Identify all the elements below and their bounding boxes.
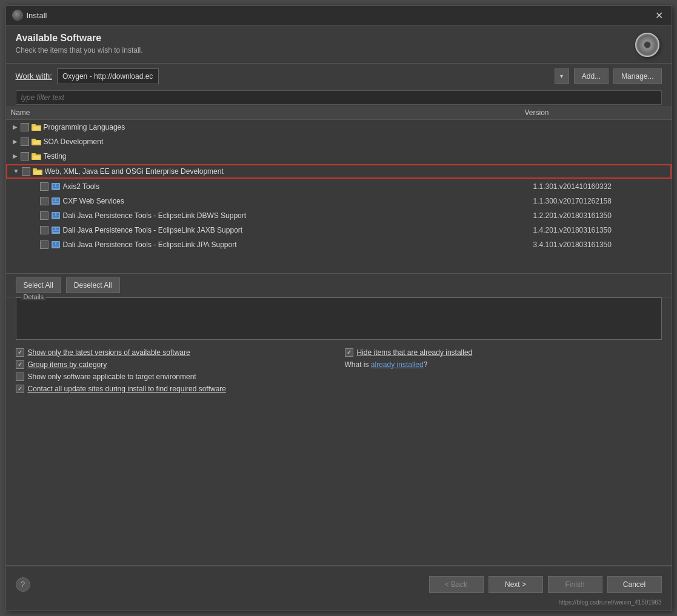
list-item[interactable]: ▶ Axis2 Tools 1.1.301.v201410160332: [6, 179, 672, 194]
option-contact-update-sites: Contact all update sites during install …: [16, 385, 662, 393]
list-item[interactable]: ▶ Programming Languages: [6, 120, 672, 134]
list-item[interactable]: ▶ Dali Java Persistence Tools - EclipseL…: [6, 208, 672, 223]
cd-icon: [635, 33, 659, 57]
list-item[interactable]: ▶ Dali Java Persistence Tools - EclipseL…: [6, 223, 672, 237]
item-version: 1.1.300.v201701262158: [533, 197, 667, 205]
item-label: Testing: [44, 152, 533, 161]
svg-rect-31: [53, 245, 59, 247]
cancel-button[interactable]: Cancel: [607, 576, 662, 593]
add-button[interactable]: Add...: [574, 68, 609, 84]
content-area: Available Software Check the items that …: [6, 25, 672, 611]
folder-icon: [33, 167, 42, 176]
help-button[interactable]: ?: [16, 577, 30, 592]
item-label: Programming Languages: [44, 123, 533, 131]
work-with-section: Work with: ▾ Add... Manage...: [6, 64, 672, 89]
expand-icon[interactable]: ▶: [11, 152, 19, 161]
item-version: 1.2.201.v201803161350: [533, 211, 667, 220]
tree-section: Name Version ▶ Programming Languages: [6, 106, 672, 273]
back-button[interactable]: < Back: [429, 576, 484, 593]
header-section: Available Software Check the items that …: [6, 25, 672, 64]
show-latest-checkbox[interactable]: [16, 348, 24, 357]
svg-rect-13: [53, 184, 55, 187]
contact-update-sites-checkbox[interactable]: [16, 385, 24, 393]
item-checkbox[interactable]: [21, 123, 29, 131]
list-item[interactable]: ▶ Testing: [6, 149, 672, 164]
contact-update-sites-label: Contact all update sites during install …: [28, 385, 227, 393]
manage-button[interactable]: Manage...: [613, 68, 661, 84]
options-section: Show only the latest versions of availab…: [6, 343, 672, 398]
item-version: 3.4.101.v201803161350: [533, 240, 667, 249]
group-by-category-label: Group items by category: [28, 360, 107, 369]
tree-column-name: Name: [11, 108, 525, 117]
footer-section: ? < Back Next > Finish Cancel https://bl…: [6, 565, 672, 611]
item-checkbox[interactable]: [22, 167, 30, 176]
hide-installed-label: Hide items that are already installed: [357, 348, 473, 357]
option-hide-installed: Hide items that are already installed: [345, 348, 662, 357]
svg-rect-4: [32, 139, 36, 141]
option-what-is-installed: What is already installed?: [345, 360, 662, 369]
show-applicable-checkbox[interactable]: [16, 373, 24, 381]
item-checkbox[interactable]: [40, 226, 48, 234]
svg-rect-22: [56, 213, 59, 216]
item-checkbox[interactable]: [40, 240, 48, 249]
item-version: 1.4.201.v201803161350: [533, 226, 667, 234]
option-show-applicable: Show only software applicable to target …: [16, 373, 333, 381]
filter-section: [6, 89, 672, 106]
page-title: Available Software: [16, 33, 633, 44]
svg-rect-27: [53, 231, 59, 232]
already-installed-link[interactable]: already installed: [371, 360, 424, 369]
filter-input[interactable]: [16, 90, 662, 105]
folder-icon: [32, 152, 41, 161]
tree-header: Name Version: [6, 106, 672, 120]
svg-rect-29: [53, 242, 55, 245]
svg-rect-5: [33, 141, 40, 144]
item-checkbox[interactable]: [40, 197, 48, 205]
show-latest-label: Show only the latest versions of availab…: [28, 348, 190, 357]
option-group-by-category: Group items by category: [16, 360, 333, 369]
expand-icon[interactable]: ▶: [11, 137, 19, 146]
list-item[interactable]: ▼ Web, XML, Java EE and OSGi Enterprise …: [6, 164, 672, 179]
tree-scroll-area[interactable]: ▶ Programming Languages ▶ SOA Developme: [6, 120, 672, 273]
next-button[interactable]: Next >: [489, 576, 543, 593]
item-label: Dali Java Persistence Tools - EclipseLin…: [63, 226, 533, 234]
folder-icon: [32, 123, 41, 131]
plugin-icon: [51, 182, 61, 191]
list-item[interactable]: ▶ Dali Java Persistence Tools - EclipseL…: [6, 237, 672, 252]
list-item[interactable]: ▶ CXF Web Services 1.1.300.v201701262158: [6, 194, 672, 208]
select-all-button[interactable]: Select All: [16, 277, 61, 293]
item-label: Web, XML, Java EE and OSGi Enterprise De…: [45, 167, 532, 176]
expand-icon[interactable]: ▶: [11, 123, 19, 131]
dialog-title: Install: [27, 11, 653, 20]
item-checkbox[interactable]: [21, 137, 29, 146]
svg-rect-8: [33, 156, 40, 159]
work-with-input[interactable]: [57, 68, 159, 84]
details-section: Details: [6, 297, 672, 343]
svg-rect-19: [53, 202, 59, 203]
item-checkbox[interactable]: [40, 182, 48, 191]
svg-rect-18: [56, 199, 59, 201]
item-label: Dali Java Persistence Tools - EclipseLin…: [63, 240, 533, 249]
deselect-all-button[interactable]: Deselect All: [66, 277, 120, 293]
svg-rect-26: [56, 228, 59, 230]
dropdown-arrow-icon[interactable]: ▾: [555, 68, 569, 84]
plugin-icon: [51, 226, 61, 234]
item-version: 1.1.301.v201410160332: [533, 182, 667, 191]
svg-rect-14: [56, 184, 59, 187]
selection-buttons-section: Select All Deselect All: [6, 273, 672, 297]
close-button[interactable]: ✕: [653, 9, 665, 21]
svg-rect-25: [53, 228, 55, 230]
folder-icon: [32, 137, 41, 146]
spacer: [6, 398, 672, 565]
svg-rect-2: [33, 127, 40, 130]
list-item[interactable]: ▶ SOA Development: [6, 134, 672, 149]
svg-rect-15: [53, 187, 59, 188]
work-with-dropdown-wrapper: ▾: [57, 68, 569, 84]
item-checkbox[interactable]: [40, 211, 48, 220]
hide-installed-checkbox[interactable]: [345, 348, 353, 357]
expand-icon[interactable]: ▼: [12, 167, 21, 176]
what-is-label: What is already installed?: [345, 360, 428, 369]
item-checkbox[interactable]: [21, 152, 29, 161]
footer-buttons: ? < Back Next > Finish Cancel: [16, 571, 662, 598]
group-by-category-checkbox[interactable]: [16, 360, 24, 369]
finish-button[interactable]: Finish: [548, 576, 602, 593]
